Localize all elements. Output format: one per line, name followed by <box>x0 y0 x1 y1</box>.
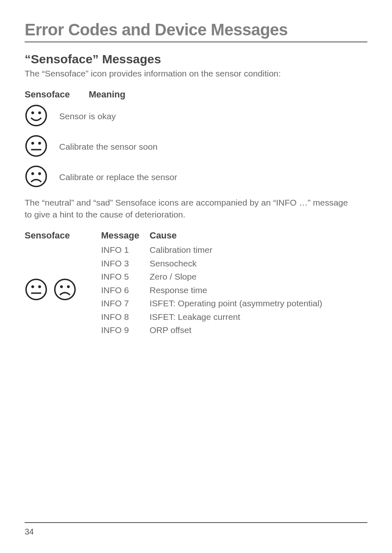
meaning-text: Calibrate the sensor soon <box>59 142 157 152</box>
cause-row: INFO 8 ISFET: Leakage current <box>101 310 322 324</box>
svg-point-16 <box>67 285 70 288</box>
svg-point-2 <box>38 111 41 114</box>
cause-row: INFO 9 ORP offset <box>101 324 322 337</box>
meaning-headers: Sensoface Meaning <box>25 89 367 100</box>
page: Error Codes and Device Messages “Sensofa… <box>0 0 392 553</box>
faces-pair <box>25 278 101 303</box>
svg-point-11 <box>31 285 34 288</box>
cause-row: INFO 1 Calibration timer <box>101 243 322 257</box>
meaning-row: Sensor is okay <box>25 104 367 129</box>
meaning-text: Calibrate or replace the sensor <box>59 172 177 182</box>
footer-rule <box>25 522 367 523</box>
page-title: Error Codes and Device Messages <box>25 21 367 39</box>
face-neutral-icon <box>25 278 48 303</box>
cause-text: ISFET: Operating point (asymmetry potent… <box>150 297 322 310</box>
svg-point-12 <box>38 285 41 288</box>
cause-text: Response time <box>150 284 207 297</box>
cause-text: ORP offset <box>150 324 191 337</box>
page-number: 34 <box>25 527 367 537</box>
section-heading: “Sensoface” Messages <box>25 52 367 66</box>
cause-header-message: Message <box>101 230 150 241</box>
cause-headers: Sensoface Message Cause <box>25 230 367 241</box>
cause-rows: INFO 1 Calibration timer INFO 3 Sensoche… <box>101 243 322 337</box>
face-sad-icon <box>53 278 76 303</box>
cause-row: INFO 5 Zero / Slope <box>101 270 322 284</box>
svg-point-7 <box>26 167 46 187</box>
svg-point-4 <box>31 142 34 145</box>
cause-header-sensoface: Sensoface <box>25 230 101 241</box>
meaning-text: Sensor is okay <box>59 111 116 121</box>
note-line-2: to give a hint to the cause of deteriora… <box>25 210 185 219</box>
meaning-header-sensoface: Sensoface <box>25 89 85 100</box>
cause-msg: INFO 5 <box>101 270 150 284</box>
cause-msg: INFO 8 <box>101 310 150 324</box>
cause-msg: INFO 6 <box>101 284 150 297</box>
cause-row: INFO 3 Sensocheck <box>101 257 322 271</box>
cause-msg: INFO 7 <box>101 297 150 310</box>
svg-point-8 <box>31 172 34 175</box>
cause-text: Zero / Slope <box>150 270 196 284</box>
cause-row: INFO 6 Response time <box>101 284 322 297</box>
title-rule <box>25 42 367 42</box>
svg-point-9 <box>38 172 41 175</box>
face-sad-icon <box>25 165 48 190</box>
meaning-row: Calibrate or replace the sensor <box>25 165 367 190</box>
svg-point-14 <box>55 279 75 299</box>
meaning-row: Calibrate the sensor soon <box>25 134 367 159</box>
cause-msg: INFO 3 <box>101 257 150 271</box>
cause-text: Sensocheck <box>150 257 196 271</box>
section-intro: The “Sensoface” icon provides informatio… <box>25 68 367 79</box>
cause-block: INFO 1 Calibration timer INFO 3 Sensoche… <box>25 243 367 337</box>
meaning-header-meaning: Meaning <box>89 89 125 100</box>
cause-text: ISFET: Leakage current <box>150 310 240 324</box>
cause-msg: INFO 1 <box>101 243 150 257</box>
note-line-1: The “neutral” and “sad” Sensoface icons … <box>25 198 348 207</box>
svg-point-15 <box>60 285 63 288</box>
svg-point-10 <box>26 279 46 299</box>
svg-point-0 <box>26 106 46 126</box>
cause-row: INFO 7 ISFET: Operating point (asymmetry… <box>101 297 322 310</box>
svg-point-1 <box>31 111 34 114</box>
svg-point-3 <box>26 136 46 156</box>
svg-point-5 <box>38 142 41 145</box>
cause-text: Calibration timer <box>150 243 212 257</box>
face-happy-icon <box>25 104 48 129</box>
note-text: The “neutral” and “sad” Sensoface icons … <box>25 197 367 220</box>
face-neutral-icon <box>25 134 48 159</box>
page-footer: 34 <box>25 522 367 537</box>
cause-header-cause: Cause <box>150 230 177 241</box>
cause-msg: INFO 9 <box>101 324 150 337</box>
